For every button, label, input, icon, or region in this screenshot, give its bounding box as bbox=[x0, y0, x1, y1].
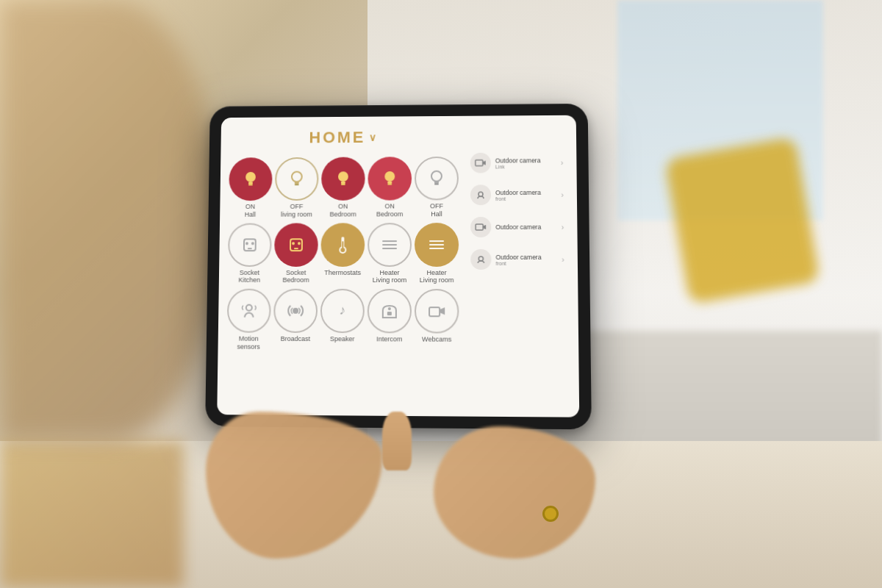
camera1-sublabel: Link bbox=[495, 164, 556, 169]
camera1-chevron-icon: › bbox=[561, 159, 563, 167]
broadcast-circle bbox=[273, 289, 318, 333]
svg-rect-13 bbox=[434, 182, 439, 184]
icon-thermostats[interactable]: Thermostats bbox=[320, 223, 365, 284]
svg-rect-4 bbox=[295, 182, 299, 184]
heater2-icon bbox=[426, 234, 448, 256]
intercom-circle bbox=[368, 289, 412, 333]
svg-point-6 bbox=[338, 171, 348, 182]
camera1-label: Outdoor camera bbox=[495, 157, 556, 164]
icon-light-bedroom-on[interactable]: ONBedroom bbox=[321, 157, 365, 219]
hand-left bbox=[206, 412, 382, 559]
light-hall-on-circle bbox=[229, 157, 272, 201]
camera4-sublabel: front bbox=[496, 260, 558, 265]
icon-socket-kitchen[interactable]: SocketKitchen bbox=[228, 223, 272, 284]
socket-kitchen-circle bbox=[228, 223, 272, 266]
icon-heater-living2[interactable]: HeaterLiving room bbox=[415, 223, 459, 285]
sidebar-camera-1[interactable]: Outdoor camera Link › bbox=[466, 148, 568, 176]
light-living-off-label: OFFliving room bbox=[281, 203, 312, 218]
svg-rect-25 bbox=[342, 241, 343, 248]
camera4-icon bbox=[470, 249, 491, 270]
icon-socket-bedroom[interactable]: SocketBedroom bbox=[274, 223, 318, 284]
svg-point-21 bbox=[298, 242, 301, 245]
sidebar-camera-2[interactable]: Outdoor camera front › bbox=[466, 181, 568, 209]
motion-icon bbox=[238, 300, 260, 322]
heater-living2-circle bbox=[415, 223, 459, 267]
camera4-label: Outdoor camera bbox=[495, 253, 557, 260]
thermometer-icon bbox=[331, 234, 354, 256]
webcams-circle bbox=[415, 289, 459, 334]
background-cushion bbox=[664, 137, 820, 304]
hands-area bbox=[191, 338, 617, 559]
light-bedroom2-circle bbox=[368, 157, 412, 200]
socket-bedroom-label: SocketBedroom bbox=[282, 269, 309, 285]
bulb-on3-icon bbox=[379, 168, 401, 190]
svg-rect-41 bbox=[476, 224, 483, 230]
svg-rect-30 bbox=[429, 240, 444, 242]
light-bedroom2-label: ONBedroom bbox=[376, 202, 403, 218]
thermostats-circle bbox=[320, 223, 365, 267]
svg-rect-39 bbox=[476, 160, 483, 166]
svg-rect-18 bbox=[248, 248, 252, 249]
camera1-text: Outdoor camera Link bbox=[495, 157, 556, 169]
icon-light-living-off[interactable]: OFFliving room bbox=[275, 157, 319, 218]
background-table bbox=[0, 441, 184, 588]
camera3-icon bbox=[470, 217, 491, 237]
svg-rect-28 bbox=[382, 244, 397, 245]
svg-point-40 bbox=[478, 192, 483, 196]
camera4-text: Outdoor camera front bbox=[495, 253, 557, 265]
heater-living2-label: HeaterLiving room bbox=[420, 269, 454, 285]
camera2-sublabel: front bbox=[495, 196, 556, 201]
camera1-icon bbox=[470, 153, 491, 173]
heater-icon bbox=[379, 234, 401, 256]
camera3-text: Outdoor camera bbox=[495, 223, 556, 231]
sidebar-camera-3[interactable]: Outdoor camera › bbox=[466, 213, 568, 241]
svg-rect-36 bbox=[387, 312, 392, 315]
webcam-icon bbox=[426, 300, 448, 322]
thermostats-label: Thermostats bbox=[324, 269, 361, 277]
icon-light-hall-on[interactable]: ONHall bbox=[229, 157, 273, 218]
svg-rect-11 bbox=[387, 184, 392, 185]
svg-point-17 bbox=[251, 242, 254, 245]
svg-rect-29 bbox=[382, 248, 397, 249]
socket-bedroom-icon bbox=[284, 233, 308, 257]
svg-rect-2 bbox=[248, 184, 253, 186]
icon-heater-living[interactable]: HeaterLiving room bbox=[368, 223, 412, 284]
light-hall-off-label: OFFHall bbox=[430, 202, 443, 218]
svg-rect-32 bbox=[429, 248, 444, 249]
svg-point-20 bbox=[292, 242, 295, 245]
icon-light-hall-off[interactable]: OFFHall bbox=[415, 157, 459, 218]
camera2-icon bbox=[470, 184, 491, 205]
light-hall-off-circle bbox=[415, 157, 459, 201]
socket-icon bbox=[238, 233, 262, 257]
svg-point-34 bbox=[293, 308, 298, 314]
bulb-off-icon bbox=[286, 168, 308, 190]
heater-living-label: HeaterLiving room bbox=[373, 269, 407, 285]
svg-point-9 bbox=[384, 171, 395, 182]
light-hall-on-label: ONHall bbox=[245, 203, 256, 218]
svg-point-37 bbox=[388, 307, 391, 310]
sidebar-camera-4[interactable]: Outdoor camera front › bbox=[466, 245, 569, 273]
speaker-circle: ♪ bbox=[320, 289, 365, 333]
camera3-label: Outdoor camera bbox=[495, 223, 556, 231]
svg-point-0 bbox=[245, 172, 256, 182]
svg-rect-14 bbox=[434, 184, 439, 185]
svg-rect-31 bbox=[429, 244, 444, 245]
icon-light-bedroom2-on[interactable]: ONBedroom bbox=[368, 157, 412, 218]
bulb-on2-icon bbox=[332, 168, 354, 190]
speaker-icon: ♪ bbox=[331, 300, 354, 322]
svg-text:♪: ♪ bbox=[339, 303, 345, 318]
motion-sensors-circle bbox=[227, 289, 271, 333]
broadcast-icon bbox=[284, 300, 306, 322]
intercom-icon bbox=[379, 300, 401, 322]
svg-rect-8 bbox=[341, 184, 345, 185]
svg-rect-5 bbox=[295, 184, 299, 185]
light-bedroom-on-circle bbox=[321, 157, 365, 201]
title-chevron-icon[interactable]: ∨ bbox=[368, 132, 378, 143]
ring bbox=[542, 506, 559, 522]
camera4-chevron-icon: › bbox=[562, 255, 564, 263]
svg-rect-27 bbox=[382, 240, 397, 242]
finger-pointing bbox=[382, 412, 412, 470]
svg-rect-7 bbox=[341, 182, 345, 184]
svg-point-16 bbox=[245, 242, 248, 245]
svg-point-12 bbox=[431, 171, 442, 182]
